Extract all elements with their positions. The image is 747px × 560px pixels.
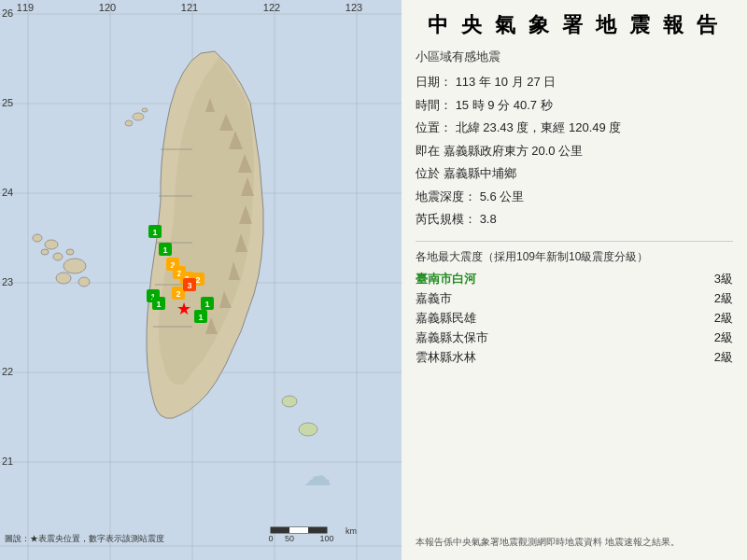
svg-text:km: km <box>345 526 357 536</box>
date-label: 日期： <box>416 75 452 89</box>
svg-point-20 <box>41 249 49 255</box>
svg-point-22 <box>125 120 133 126</box>
report-type: 小區域有感地震 <box>416 49 733 65</box>
divider <box>416 241 733 242</box>
svg-rect-64 <box>289 527 308 533</box>
svg-text:1: 1 <box>162 245 167 255</box>
footer-note: 本報告係中央氣象署地震觀測網即時地震資料 地震速報之結果。 <box>416 536 733 549</box>
date-row: 日期： 113 年 10 月 27 日 <box>416 73 733 91</box>
svg-text:23: 23 <box>2 276 13 287</box>
intensity-value: 2級 <box>705 329 733 346</box>
svg-text:1: 1 <box>204 300 209 309</box>
svg-point-24 <box>282 396 297 407</box>
svg-text:50: 50 <box>285 534 294 543</box>
time-row: 時間： 15 時 9 分 40.7 秒 <box>416 96 733 115</box>
intensity-title: 各地最大震度（採用109年新制10級震度分級） <box>416 249 733 265</box>
svg-text:☁: ☁ <box>303 460 331 491</box>
location-value: 北緯 23.43 度，東經 120.49 度 <box>456 120 622 134</box>
depth-value: 5.6 公里 <box>480 189 525 203</box>
svg-point-23 <box>142 108 148 112</box>
svg-text:121: 121 <box>181 2 198 13</box>
intensity-value: 2級 <box>705 310 733 327</box>
svg-text:24: 24 <box>2 187 13 198</box>
area-row: 位於 嘉義縣中埔鄉 <box>416 164 733 183</box>
svg-point-14 <box>56 273 71 284</box>
svg-text:1: 1 <box>198 313 203 322</box>
svg-text:100: 100 <box>319 534 333 543</box>
main-container: 119 120 121 122 123 26 25 24 23 22 21 1 <box>0 0 747 560</box>
svg-text:123: 123 <box>345 2 362 13</box>
location-label: 位置： <box>416 120 452 134</box>
svg-point-13 <box>63 259 86 273</box>
svg-text:122: 122 <box>263 2 280 13</box>
svg-text:21: 21 <box>2 455 13 467</box>
magnitude-label: 芮氏規模： <box>416 212 476 226</box>
svg-point-16 <box>53 253 63 260</box>
intensity-value: 3級 <box>705 271 733 287</box>
intensity-row: 雲林縣水林2級 <box>416 349 733 366</box>
info-section: 中 央 氣 象 署 地 震 報 告 小區域有感地震 日期： 113 年 10 月… <box>402 0 747 560</box>
svg-text:3: 3 <box>187 281 191 290</box>
svg-text:2: 2 <box>176 289 180 299</box>
depth-row: 地震深度： 5.6 公里 <box>416 188 733 206</box>
svg-text:1: 1 <box>152 228 157 237</box>
svg-text:26: 26 <box>2 7 13 19</box>
intensity-location: 嘉義市 <box>416 290 705 307</box>
magnitude-row: 芮氏規模： 3.8 <box>416 210 733 229</box>
report-title: 中 央 氣 象 署 地 震 報 告 <box>416 11 733 39</box>
intensity-table: 臺南市白河3級嘉義市2級嘉義縣民雄2級嘉義縣太保市2級雲林縣水林2級 <box>416 271 733 369</box>
intensity-location: 雲林縣水林 <box>416 349 705 366</box>
svg-text:0: 0 <box>268 534 273 543</box>
svg-text:119: 119 <box>17 2 34 13</box>
intensity-value: 2級 <box>705 290 733 307</box>
svg-point-21 <box>133 113 144 120</box>
svg-text:22: 22 <box>2 366 13 377</box>
svg-rect-63 <box>271 527 289 533</box>
depth-label: 地震深度： <box>416 189 476 203</box>
svg-text:圖說：★表震央位置，數字表示該測站震度: 圖說：★表震央位置，數字表示該測站震度 <box>5 534 164 543</box>
svg-rect-65 <box>308 527 327 533</box>
intensity-row: 嘉義市2級 <box>416 290 733 307</box>
svg-text:25: 25 <box>2 97 13 108</box>
time-label: 時間： <box>416 98 452 112</box>
svg-text:2: 2 <box>195 275 200 285</box>
location-row: 位置： 北緯 23.43 度，東經 120.49 度 <box>416 119 733 137</box>
svg-point-25 <box>299 423 317 436</box>
svg-text:120: 120 <box>99 2 116 13</box>
intensity-row: 臺南市白河3級 <box>416 271 733 287</box>
svg-point-17 <box>66 249 74 255</box>
intensity-value: 2級 <box>705 349 733 366</box>
svg-text:1: 1 <box>156 300 161 309</box>
map-background: 119 120 121 122 123 26 25 24 23 22 21 1 <box>0 0 402 560</box>
taiwan-map-svg: 119 120 121 122 123 26 25 24 23 22 21 1 <box>0 0 402 560</box>
magnitude-value: 3.8 <box>480 212 497 226</box>
svg-text:★: ★ <box>176 300 191 318</box>
time-value: 15 時 9 分 40.7 秒 <box>456 98 553 112</box>
intensity-location: 嘉義縣民雄 <box>416 310 705 327</box>
intensity-row: 嘉義縣太保市2級 <box>416 329 733 346</box>
svg-point-18 <box>45 240 58 249</box>
intensity-location: 嘉義縣太保市 <box>416 329 705 346</box>
intensity-location: 臺南市白河 <box>416 271 705 287</box>
svg-point-15 <box>78 277 90 287</box>
near-row: 即在 嘉義縣政府東方 20.0 公里 <box>416 142 733 161</box>
map-section: 119 120 121 122 123 26 25 24 23 22 21 1 <box>0 0 402 560</box>
intensity-row: 嘉義縣民雄2級 <box>416 310 733 327</box>
svg-point-19 <box>33 234 42 242</box>
date-value: 113 年 10 月 27 日 <box>456 75 557 89</box>
